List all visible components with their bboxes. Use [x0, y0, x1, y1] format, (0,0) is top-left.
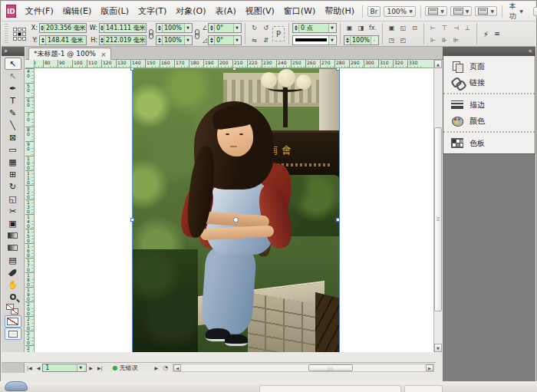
panel-button-stroke[interactable]: 描边: [443, 97, 535, 113]
fit-content-to-frame-button[interactable]: ▣: [387, 23, 397, 32]
menu-item-5[interactable]: 表(A): [211, 4, 241, 18]
selection-handle-top-center[interactable]: [232, 68, 236, 71]
menu-item-4[interactable]: 对象(O): [171, 4, 210, 18]
selection-handle-mid-right[interactable]: [336, 218, 340, 222]
quick-apply-button[interactable]: ⚡: [483, 30, 489, 38]
scroll-left-arrow[interactable]: ◀: [173, 364, 181, 371]
pen-tool[interactable]: ✒: [5, 82, 21, 94]
align-center-h-button[interactable]: ⊤: [440, 23, 450, 32]
horizontal-grid-tool[interactable]: ▦: [5, 156, 21, 168]
horizontal-scrollbar[interactable]: ◀ ||| ▶: [173, 364, 434, 372]
rectangle-frame-tool[interactable]: ⊠: [5, 131, 21, 143]
scissors-tool[interactable]: ✂: [5, 205, 21, 217]
selection-handle-top-left[interactable]: [130, 68, 134, 71]
panel-button-pages[interactable]: 页面: [443, 58, 535, 74]
spinner[interactable]: [100, 24, 104, 32]
selection-handle-top-right[interactable]: [336, 68, 340, 71]
height-field[interactable]: 212.019 毫米: [99, 35, 147, 45]
center-content-button[interactable]: ⊡: [410, 23, 420, 32]
type-tool[interactable]: T: [5, 94, 21, 107]
panel-button-swatches[interactable]: 色板: [443, 135, 535, 151]
scroll-up-arrow[interactable]: ▲: [434, 60, 442, 68]
free-transform-tool[interactable]: ▣: [5, 217, 21, 229]
spinner[interactable]: [294, 24, 299, 32]
arrange-documents-button[interactable]: ▼: [475, 6, 497, 16]
x-position-field[interactable]: 203.356 毫米: [39, 23, 87, 33]
shear-field[interactable]: 0°▼: [208, 35, 242, 45]
fit-frame-to-content-button[interactable]: ◱: [398, 23, 408, 32]
spinner[interactable]: [209, 24, 215, 32]
chevron-down-icon[interactable]: ▼: [184, 36, 191, 44]
spinner[interactable]: [100, 36, 104, 44]
zoom-tool[interactable]: [5, 291, 21, 303]
chevron-down-icon[interactable]: ▼: [233, 24, 240, 32]
normal-view-mode-button[interactable]: [5, 328, 21, 340]
scroll-down-arrow[interactable]: ▼: [434, 344, 442, 352]
direct-selection-tool[interactable]: ↖: [5, 70, 21, 82]
constrain-scale-icon[interactable]: [194, 25, 200, 42]
effects-fx-button[interactable]: fx.: [367, 23, 378, 32]
fill-frame-proportionally-button[interactable]: ◰: [398, 35, 408, 44]
spinner[interactable]: [209, 36, 215, 44]
rotate-90-cw-button[interactable]: ↻: [249, 23, 259, 32]
scale-y-field[interactable]: 100%▼: [156, 35, 193, 45]
chevron-down-icon[interactable]: ▼: [184, 24, 191, 32]
panel-button-links[interactable]: 链接: [443, 74, 535, 91]
stroke-weight-field[interactable]: 0 点▼: [292, 23, 337, 33]
document-tab[interactable]: *未标题-1 @ 100% ×: [28, 48, 111, 60]
spinner[interactable]: [41, 24, 44, 32]
menu-item-3[interactable]: 文字(T): [133, 4, 171, 18]
minimize-button[interactable]: –: [533, 7, 537, 16]
menu-item-0[interactable]: 文件(F): [21, 4, 58, 18]
distribute-2-button[interactable]: ⊪: [440, 35, 450, 44]
transparency-button[interactable]: ◨: [356, 23, 366, 32]
y-position-field[interactable]: 148.41 毫米: [39, 35, 87, 45]
tab-close-icon[interactable]: ×: [100, 51, 107, 58]
pencil-tool[interactable]: ✎: [5, 107, 21, 119]
menu-item-8[interactable]: 帮助(H): [320, 4, 359, 18]
width-field[interactable]: 141.111 毫米: [99, 23, 147, 33]
start-button[interactable]: [5, 381, 28, 391]
hand-tool[interactable]: ✋: [5, 278, 21, 291]
chevron-down-icon[interactable]: ▼: [233, 36, 240, 44]
tools-panel-expand-button[interactable]: »: [2, 47, 25, 56]
rotate-90-ccw-button[interactable]: ↺: [261, 23, 271, 32]
fit-content-proportionally-button[interactable]: ◳: [387, 35, 397, 44]
panel-menu-button[interactable]: ≡: [494, 30, 500, 38]
scroll-right-arrow[interactable]: ▶: [426, 364, 433, 371]
fill-swatch[interactable]: [6, 304, 14, 310]
eyedropper-tool[interactable]: [5, 266, 21, 278]
zoom-level-select[interactable]: 100%▼: [384, 6, 415, 17]
placed-photo-frame[interactable]: 嶺南會: [133, 69, 340, 352]
spinner[interactable]: [345, 36, 351, 44]
rotation-field[interactable]: 0°▼: [208, 23, 242, 33]
document-canvas[interactable]: 嶺南會: [35, 68, 437, 352]
selection-tool[interactable]: ↖: [5, 58, 21, 70]
spinner[interactable]: [157, 24, 163, 32]
align-top-button[interactable]: ⊥: [463, 23, 473, 32]
chevron-down-icon[interactable]: ▼: [77, 364, 84, 371]
chevron-down-icon[interactable]: ▼: [328, 24, 335, 32]
opacity-field[interactable]: 100%›: [344, 35, 379, 45]
vertical-scrollbar[interactable]: ▲ ▼: [433, 60, 442, 352]
distribute-1-button[interactable]: ⊩: [428, 35, 438, 44]
chevron-down-icon[interactable]: ▼: [328, 36, 335, 44]
rectangle-tool[interactable]: ▭: [5, 143, 21, 156]
ruler-corner[interactable]: [25, 60, 35, 68]
align-left-button[interactable]: ⊢: [428, 23, 438, 32]
view-options-button[interactable]: ▼: [425, 6, 447, 16]
spinner[interactable]: [41, 36, 46, 44]
flip-horizontal-button[interactable]: ⇋: [249, 35, 259, 44]
fill-stroke-proxy[interactable]: [5, 303, 21, 315]
scale-x-field[interactable]: 100%▼: [156, 23, 193, 33]
align-right-button[interactable]: ⊣: [451, 23, 461, 32]
menu-item-6[interactable]: 视图(V): [241, 4, 279, 18]
preflight-menu-button[interactable]: ▶: [155, 365, 159, 371]
selection-center-point[interactable]: [233, 217, 239, 222]
first-page-button[interactable]: |◀: [25, 365, 35, 371]
constrain-dimensions-icon[interactable]: [148, 25, 154, 42]
scale-tool[interactable]: ◱: [5, 193, 21, 205]
menu-item-1[interactable]: 编辑(E): [58, 4, 97, 18]
panel-button-color[interactable]: 颜色: [443, 113, 535, 129]
menu-item-7[interactable]: 窗口(W): [279, 4, 320, 18]
